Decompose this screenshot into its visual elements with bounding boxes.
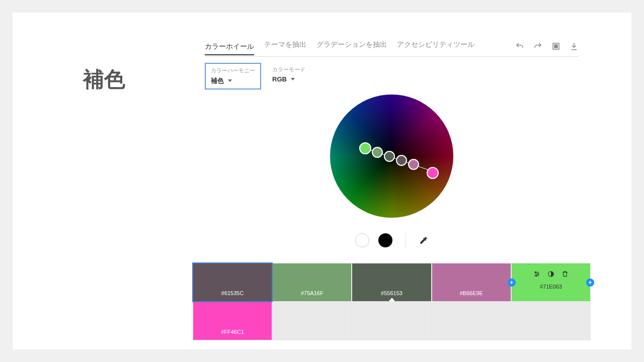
tab-extract-theme[interactable]: テーマを抽出 [264, 40, 306, 52]
divider [406, 233, 406, 248]
swatch-empty [432, 302, 511, 340]
chevron-down-icon [228, 79, 232, 84]
wheel-color-dot[interactable] [427, 167, 439, 179]
tab-bar: カラーホイール テーマを抽出 グラデーションを抽出 アクセシビリティツール [205, 40, 579, 57]
wheel-color-dot[interactable] [359, 142, 371, 154]
swatch-hex-label: #61535C [221, 290, 244, 296]
wheel-color-dot[interactable] [372, 147, 383, 158]
swatch-empty [272, 302, 352, 340]
white-background-button[interactable] [355, 233, 369, 247]
harmony-value: 補色 [211, 76, 224, 85]
tab-accessibility[interactable]: アクセシビリティツール [397, 40, 474, 52]
svg-point-2 [535, 272, 536, 273]
chevron-down-icon [291, 78, 295, 82]
svg-rect-1 [554, 45, 557, 48]
mode-label: カラーモード [272, 66, 305, 73]
svg-point-4 [536, 275, 537, 276]
tab-color-wheel[interactable]: カラーホイール [205, 42, 254, 55]
fullscreen-icon[interactable] [551, 42, 560, 51]
swatch-grid: #61535C#75A16F#556153#B66E9E#71E063++ #F… [193, 263, 591, 340]
swatch[interactable]: #71E063++ [511, 263, 591, 302]
harmony-label: カラーハーモニー [211, 67, 255, 74]
swatch[interactable]: #FF46C1 [193, 302, 272, 340]
eyedropper-icon[interactable] [419, 236, 428, 245]
wheel-color-dot[interactable] [408, 159, 419, 170]
trash-icon[interactable] [561, 270, 569, 278]
sliders-icon[interactable] [533, 270, 540, 278]
color-wheel[interactable] [330, 95, 453, 218]
add-swatch-left[interactable]: + [508, 279, 516, 287]
swatch-hex-label: #FF46C1 [221, 329, 244, 335]
page-title: 補色 [83, 65, 125, 94]
black-background-button[interactable] [378, 233, 392, 247]
mode-selector[interactable]: カラーモード RGB [267, 63, 310, 89]
wheel-color-dot[interactable] [384, 151, 395, 162]
swatch[interactable]: #B66E9E [432, 263, 511, 302]
swatch-empty [352, 302, 431, 340]
mode-value: RGB [272, 75, 287, 83]
swatch-hex-label: #B66E9E [459, 290, 482, 296]
download-icon[interactable] [570, 42, 579, 51]
swatch-hex-label: #75A16F [301, 290, 324, 296]
swatch[interactable]: #75A16F [272, 263, 352, 302]
harmony-selector[interactable]: カラーハーモニー 補色 [205, 63, 261, 89]
swatch[interactable]: #556153 [352, 263, 431, 302]
tab-extract-gradient[interactable]: グラデーションを抽出 [316, 40, 387, 52]
swatch-empty [511, 302, 591, 340]
swatch[interactable]: #61535C [193, 263, 272, 302]
base-color-indicator [389, 295, 395, 301]
svg-point-3 [537, 273, 538, 274]
contrast-icon[interactable] [547, 270, 554, 278]
redo-icon[interactable] [533, 42, 542, 51]
wheel-color-dot[interactable] [396, 155, 407, 166]
add-swatch-right[interactable]: + [586, 279, 594, 287]
swatch-hex-label: #71E063 [540, 284, 562, 290]
undo-icon[interactable] [515, 42, 524, 51]
